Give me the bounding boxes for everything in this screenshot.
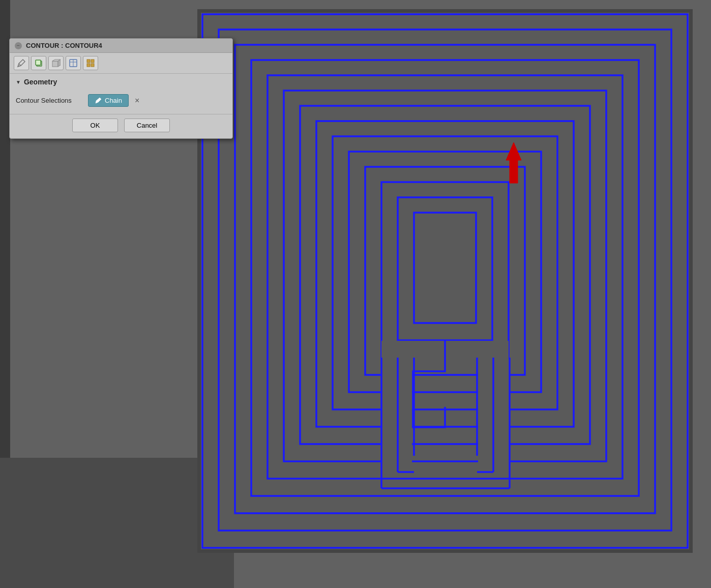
toolbar-btn-pointer[interactable]	[14, 56, 29, 70]
chain-button[interactable]: Chain	[88, 94, 129, 107]
toolbar-btn-table[interactable]	[66, 56, 81, 70]
section-collapse-arrow[interactable]: ▼	[16, 79, 21, 85]
svg-marker-48	[96, 98, 101, 103]
svg-marker-33	[18, 60, 25, 67]
chain-button-label: Chain	[105, 97, 122, 104]
contour-selections-label: Contour Selections	[16, 97, 82, 104]
dialog-close-button[interactable]: −	[15, 42, 22, 49]
toolbar-btn-duplicate[interactable]	[31, 56, 46, 70]
svg-rect-44	[87, 60, 90, 63]
svg-rect-21	[381, 371, 412, 473]
svg-rect-5	[201, 13, 689, 549]
cursor-icon	[95, 97, 102, 104]
viewport: − CONTOUR : CONTOUR4	[0, 0, 711, 588]
svg-rect-37	[36, 60, 41, 65]
toolbar-btn-grid[interactable]	[83, 56, 98, 70]
dialog-toolbar	[10, 53, 232, 74]
dialog-titlebar: − CONTOUR : CONTOUR4	[10, 39, 232, 53]
svg-marker-40	[58, 60, 61, 67]
toolbar-btn-cube[interactable]	[48, 56, 64, 70]
dialog-title: CONTOUR : CONTOUR4	[26, 42, 102, 49]
ok-button[interactable]: OK	[72, 119, 118, 132]
remove-selection-button[interactable]: ×	[135, 97, 139, 105]
svg-rect-38	[52, 61, 58, 67]
dialog-panel: − CONTOUR : CONTOUR4	[9, 38, 233, 139]
section-title: Geometry	[24, 78, 57, 86]
svg-rect-46	[87, 64, 90, 67]
svg-rect-47	[91, 64, 94, 67]
svg-rect-45	[91, 60, 94, 63]
dialog-geometry-section: ▼ Geometry Contour Selections Chain ×	[10, 74, 232, 114]
section-header: ▼ Geometry	[16, 78, 226, 86]
svg-line-34	[19, 64, 21, 66]
contour-selections-row: Contour Selections Chain ×	[16, 91, 226, 110]
dialog-footer: OK Cancel	[10, 114, 232, 138]
cancel-button[interactable]: Cancel	[124, 119, 170, 132]
